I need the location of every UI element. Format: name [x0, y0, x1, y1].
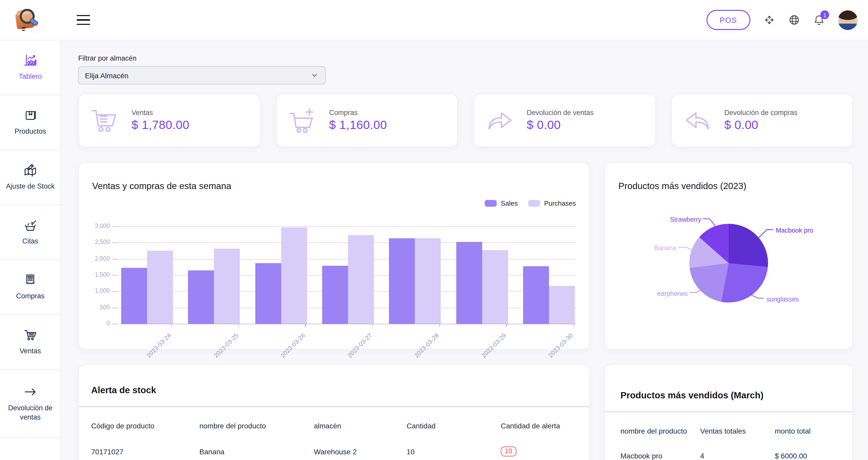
top-products-march-table: nombre del productoVentas totalesmonto t… [620, 412, 837, 460]
bar-group-2023-03-24: 2023-03-24 [121, 251, 173, 324]
y-axis-tick-label: 0 [87, 320, 110, 326]
fullscreen-expand-icon[interactable] [764, 14, 775, 26]
purchases-bar [348, 235, 374, 324]
sidebar-item-ajuste-de-stock[interactable]: Ajuste de Stock [0, 150, 61, 205]
globe-language-icon[interactable] [788, 14, 800, 26]
table-cell: $ 6000.00 [775, 437, 837, 460]
warehouse-select[interactable]: Elija Almacén [78, 66, 326, 85]
sidebar-item-label: Ventas [17, 347, 44, 356]
column-header-cantidad-de-alerta: Cantidad de alerta [501, 407, 577, 431]
y-axis-tick [112, 259, 119, 259]
appointments-basket-icon [23, 218, 37, 232]
table-cell: 80256894 [91, 456, 199, 460]
purchases-bar [482, 250, 508, 324]
stat-card-ventas: Ventas$ 1,780.00 [78, 94, 260, 147]
topbar-actions: POS 1 [706, 10, 858, 30]
top-products-march-title: Productos más vendidos (March) [605, 390, 852, 401]
y-axis-tick-label: 1,500 [87, 271, 110, 278]
bar-chart-title: Ventas y compras de esta semana [92, 181, 576, 191]
stat-card-label: Ventas [131, 109, 189, 117]
table-cell: Orange [199, 456, 314, 460]
y-axis-tick [112, 226, 119, 227]
pos-button[interactable]: POS [706, 10, 750, 30]
table-cell: Banana [199, 431, 314, 456]
cart-icon [90, 106, 119, 135]
stat-card-value: $ 0.00 [527, 118, 593, 132]
x-axis-tick-label: 2023-03-27 [346, 332, 373, 359]
charts-row: Ventas y compras de esta semana SalesPur… [78, 162, 853, 350]
bar-group-2023-03-30: 2023-03-30 [523, 266, 575, 324]
stat-cards-row: Ventas$ 1,780.00Compras$ 1,160.00Devoluc… [78, 94, 853, 147]
bar-chart-plot: 3,0002,5002,0001,5001,00050002023-03-242… [92, 226, 576, 324]
x-axis-tick-label: 2023-03-25 [213, 332, 239, 359]
sales-return-arrow-icon [23, 385, 37, 399]
table-cell: 50 [501, 456, 577, 460]
notification-count-badge: 1 [820, 10, 829, 19]
legend-item-purchases: Purchases [528, 199, 576, 207]
x-axis-tick-label: 2023-03-26 [279, 332, 306, 359]
sidebar-item-ventas[interactable]: Ventas [0, 315, 61, 370]
sidebar-nav: TableroProductosAjuste de StockCitasComp… [0, 40, 61, 438]
stat-card-value: $ 1,160.00 [329, 118, 387, 132]
bar-group-2023-03-29: 2023-03-29 [456, 242, 508, 324]
cart-plus-icon [288, 106, 317, 135]
stat-card-devoluci-n-de-ventas: Devolución de ventas$ 0.00 [473, 94, 655, 147]
notifications-bell-icon[interactable]: 1 [813, 14, 825, 26]
purchases-bar [281, 227, 307, 324]
sidebar-item-label: Tablero [16, 72, 45, 82]
user-avatar[interactable] [838, 10, 858, 30]
app-logo-icon[interactable] [13, 6, 40, 33]
warehouse-select-value: Elija Almacén [85, 71, 128, 80]
column-header-monto-total: monto total [775, 412, 837, 437]
table-row: Macbook pro4$ 6000.00 [620, 437, 837, 460]
table-cell: 10 [407, 431, 501, 456]
sales-bar [121, 268, 147, 324]
legend-item-sales: Sales [485, 199, 518, 207]
table-cell: Warehouse 1 [314, 456, 407, 460]
sidebar-item-productos[interactable]: Productos [0, 95, 61, 150]
main-content: Filtrar por almacén Elija Almacén Ventas… [62, 41, 868, 460]
sidebar-item-devoluci-n-de-ventas[interactable]: Devolución de ventas [0, 370, 61, 438]
y-axis-tick-label: 500 [87, 304, 110, 310]
purchases-bar [147, 251, 173, 324]
sidebar-item-label: Devolución de ventas [0, 403, 61, 423]
sidebar-item-citas[interactable]: Citas [0, 205, 61, 260]
stat-card-value: $ 0.00 [724, 118, 797, 132]
x-axis-tick-label: 2023-03-30 [548, 332, 574, 359]
stat-card-label: Devolución de compras [724, 109, 797, 117]
bar-group-2023-03-28: 2023-03-28 [389, 238, 441, 324]
legend-swatch [485, 200, 497, 207]
product-box-icon [23, 109, 37, 123]
y-axis-tick-label: 3,000 [87, 223, 110, 229]
tables-row: Alerta de stock Código de productonombre… [78, 364, 853, 460]
column-header-nombre-del-producto: nombre del producto [620, 412, 700, 437]
y-axis-tick [112, 292, 119, 292]
purchases-bar [415, 238, 441, 324]
pie-chart: Macbook prosunglassesearphonesBananaStra… [605, 163, 852, 349]
pie-callout-lines [605, 163, 852, 349]
menu-toggle-button[interactable] [76, 15, 90, 25]
sales-bar [456, 242, 482, 324]
alert-quantity-badge: 10 [501, 447, 516, 456]
pos-dashboard-page: POS 1 T [0, 0, 868, 460]
sales-bar [255, 263, 281, 324]
table-cell: Macbook pro [620, 437, 700, 460]
table-cell: 47 [407, 456, 501, 460]
y-axis-tick [112, 243, 119, 243]
table-cell: 70171027 [91, 431, 199, 456]
column-header-nombre-del-producto: nombre del producto [199, 407, 314, 431]
legend-label: Sales [501, 199, 518, 207]
y-axis-tick [112, 307, 119, 308]
y-axis-tick-label: 2,000 [87, 255, 110, 261]
bar-chart-grid: 2023-03-242023-03-252023-03-262023-03-27… [120, 226, 576, 324]
purchases-bar [549, 286, 575, 324]
stock-alert-title: Alerta de stock [79, 385, 589, 396]
sidebar-item-label: Compras [13, 292, 48, 301]
sidebar-item-compras[interactable]: Compras [0, 260, 61, 315]
stock-alert-card: Alerta de stock Código de productonombre… [78, 364, 590, 460]
column-header-c-digo-de-producto: Código de producto [91, 407, 199, 431]
dashboard-chart-icon [23, 54, 37, 68]
column-header-cantidad: Cantidad [407, 407, 501, 431]
warehouse-filter-label: Filtrar por almacén [78, 54, 853, 62]
sidebar-item-tablero[interactable]: Tablero [0, 40, 61, 95]
